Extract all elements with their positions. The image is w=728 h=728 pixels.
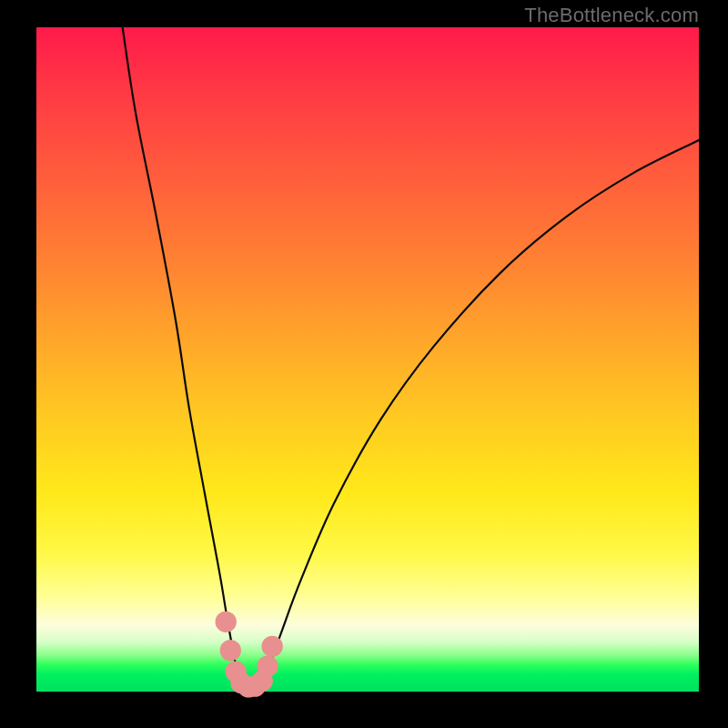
data-marker — [216, 612, 237, 632]
data-marker — [262, 636, 283, 657]
chart-frame: TheBottleneck.com — [0, 0, 728, 728]
watermark-text: TheBottleneck.com — [524, 4, 699, 27]
data-markers — [216, 612, 283, 698]
data-marker — [220, 640, 241, 661]
data-marker — [257, 656, 278, 677]
curve-layer — [36, 27, 699, 692]
plot-area — [36, 27, 699, 692]
curve-left-branch — [123, 27, 240, 682]
curve-right-branch — [264, 140, 699, 682]
